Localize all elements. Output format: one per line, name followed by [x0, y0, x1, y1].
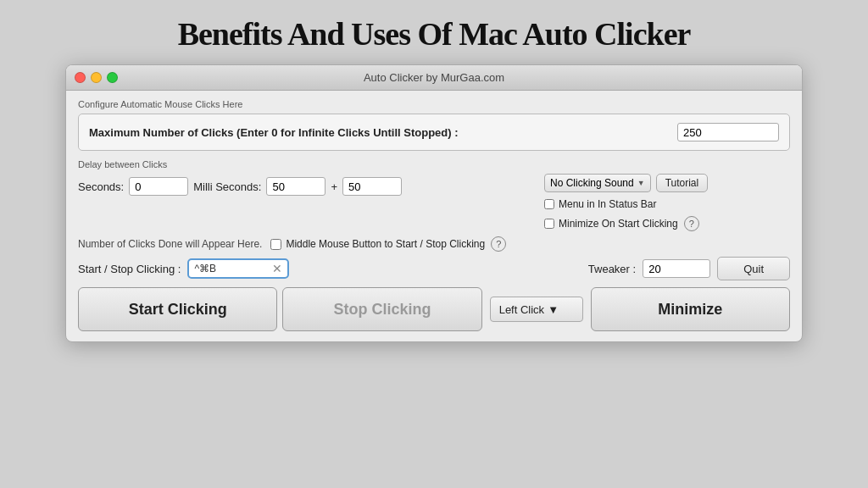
start-clicking-button[interactable]: Start Clicking: [78, 287, 277, 331]
config-section-label: Configure Automatic Mouse Clicks Here: [78, 99, 790, 109]
page-title: Benefits And Uses Of Mac Auto Clicker: [178, 0, 691, 64]
hotkey-section: Start / Stop Clicking : ^⌘B ✕: [78, 258, 289, 279]
delay-right: No Clicking Sound ▼ Tutorial Menu in In …: [544, 174, 790, 231]
hotkey-label: Start / Stop Clicking :: [78, 263, 181, 275]
minimize-on-start-row: Minimize On Start Clicking ?: [544, 216, 790, 231]
sound-row: No Clicking Sound ▼ Tutorial: [544, 174, 790, 192]
menu-status-bar-checkbox[interactable]: [544, 199, 554, 209]
window-body: Configure Automatic Mouse Clicks Here Ma…: [66, 91, 802, 341]
zoom-button[interactable]: [107, 72, 118, 83]
middle-mouse-label: Middle Mouse Button to Start / Stop Clic…: [286, 238, 485, 250]
click-type-section: Left Click ▼: [490, 297, 583, 322]
milliseconds-input[interactable]: [266, 177, 326, 196]
tweaker-input[interactable]: [643, 259, 710, 278]
delay-extra-input[interactable]: [342, 177, 402, 196]
app-window: Auto Clicker by MurGaa.com Configure Aut…: [65, 64, 803, 342]
sound-select[interactable]: No Clicking Sound ▼: [544, 174, 651, 192]
hotkey-value: ^⌘B: [194, 263, 269, 274]
clicks-done-label: Number of Clicks Done will Appear Here.: [78, 238, 262, 250]
minimize-window-button[interactable]: [91, 72, 102, 83]
hotkey-quit-row: Start / Stop Clicking : ^⌘B ✕ Tweaker : …: [78, 257, 790, 280]
hotkey-input[interactable]: ^⌘B ✕: [187, 258, 289, 279]
menu-status-bar-row: Menu in In Status Bar: [544, 198, 790, 210]
bottom-row: Start Clicking Stop Clicking Left Click …: [78, 287, 790, 331]
titlebar: Auto Clicker by MurGaa.com: [66, 65, 802, 91]
tweaker-label: Tweaker :: [588, 263, 636, 275]
seconds-label: Seconds:: [78, 180, 124, 193]
click-type-select[interactable]: Left Click ▼: [490, 297, 583, 322]
delay-left: Seconds: Milli Seconds: +: [78, 174, 536, 196]
tweaker-quit-section: Tweaker : Quit: [588, 257, 790, 280]
minimize-help-icon[interactable]: ?: [684, 216, 699, 231]
minimize-on-start-label: Minimize On Start Clicking: [559, 218, 678, 230]
close-button[interactable]: [75, 72, 86, 83]
max-clicks-label: Maximum Number of Clicks (Enter 0 for In…: [89, 126, 677, 139]
delay-top: Seconds: Milli Seconds: + No Clicking So…: [78, 174, 790, 231]
quit-button[interactable]: Quit: [717, 257, 790, 280]
hotkey-clear-icon[interactable]: ✕: [272, 263, 282, 274]
sound-arrow: ▼: [637, 179, 645, 187]
middle-mouse-checkbox[interactable]: [270, 239, 281, 250]
tutorial-button[interactable]: Tutorial: [656, 174, 709, 192]
max-clicks-row: Maximum Number of Clicks (Enter 0 for In…: [89, 123, 779, 141]
delay-label: Delay between Clicks: [78, 159, 790, 169]
seconds-input[interactable]: [129, 177, 188, 196]
minimize-button[interactable]: Minimize: [591, 287, 790, 331]
middle-mouse-help-icon[interactable]: ?: [491, 236, 506, 252]
mid-section: Number of Clicks Done will Appear Here. …: [78, 236, 790, 252]
stop-clicking-button[interactable]: Stop Clicking: [282, 287, 481, 331]
sound-option-label: No Clicking Sound: [550, 177, 634, 189]
click-type-arrow: ▼: [548, 303, 559, 316]
menu-status-bar-label: Menu in In Status Bar: [559, 198, 656, 210]
plus-label: +: [331, 180, 337, 193]
milliseconds-label: Milli Seconds:: [193, 180, 261, 193]
max-clicks-input[interactable]: [677, 123, 779, 141]
middle-mouse-row: Middle Mouse Button to Start / Stop Clic…: [270, 236, 506, 252]
delay-section: Delay between Clicks Seconds: Milli Seco…: [78, 159, 790, 231]
config-box: Maximum Number of Clicks (Enter 0 for In…: [78, 114, 790, 151]
click-type-label: Left Click: [499, 303, 544, 316]
delay-row: Seconds: Milli Seconds: +: [78, 177, 536, 196]
traffic-lights: [75, 72, 118, 83]
minimize-on-start-checkbox[interactable]: [544, 219, 554, 229]
window-title: Auto Clicker by MurGaa.com: [364, 71, 504, 84]
